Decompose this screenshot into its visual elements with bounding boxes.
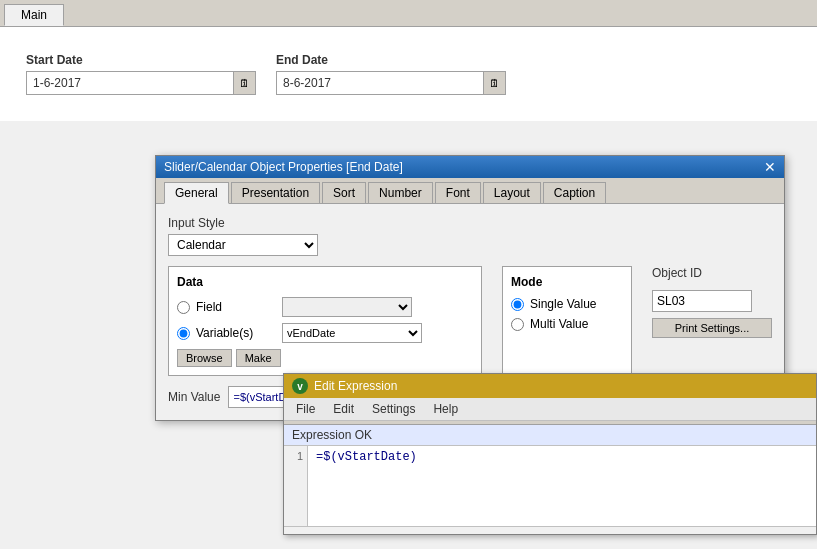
menu-file[interactable]: File [288,400,323,418]
main-content: Start Date 1-6-2017 🗓 End Date 8-6-2017 … [0,27,817,121]
objectid-section: Object ID Print Settings... [652,266,772,376]
edit-expression-panel: v Edit Expression File Edit Settings Hel… [283,373,817,535]
end-date-input-wrapper: 8-6-2017 🗓 [276,71,506,95]
mode-section-title: Mode [511,275,623,289]
multi-value-label: Multi Value [530,317,610,331]
line-numbers: 1 [284,446,308,526]
dialog-close-button[interactable]: ✕ [764,160,776,174]
variable-select[interactable]: vEndDate [282,323,422,343]
variables-radio-row: Variable(s) vEndDate [177,323,473,343]
multi-value-row: Multi Value [511,317,623,331]
end-date-value: 8-6-2017 [277,74,483,92]
tab-font[interactable]: Font [435,182,481,203]
end-date-group: End Date 8-6-2017 🗓 [276,53,506,95]
edit-expr-titlebar: v Edit Expression [284,374,816,398]
data-section: Data Field Variable(s) vE [168,266,482,376]
mode-section: Mode Single Value Multi Value [502,266,632,376]
tab-layout[interactable]: Layout [483,182,541,203]
tab-sort[interactable]: Sort [322,182,366,203]
start-date-calendar-button[interactable]: 🗓 [233,72,255,94]
edit-expr-title: Edit Expression [314,379,397,393]
input-style-label: Input Style [168,216,772,230]
make-button[interactable]: Make [236,349,281,367]
edit-expr-icon: v [292,378,308,394]
dialog-titlebar: Slider/Calendar Object Properties [End D… [156,156,784,178]
menu-edit[interactable]: Edit [325,400,362,418]
app-window: Main Start Date 1-6-2017 🗓 End Date 8-6-… [0,0,817,549]
input-style-select[interactable]: Calendar Slider [168,234,318,256]
browse-button[interactable]: Browse [177,349,232,367]
input-style-section: Input Style Calendar Slider [168,216,772,256]
date-fields: Start Date 1-6-2017 🗓 End Date 8-6-2017 … [16,43,801,105]
expression-editor[interactable]: 1 =$(vStartDate) [284,446,816,526]
expression-code: =$(vStartDate) [308,446,425,526]
field-select[interactable] [282,297,412,317]
dialog-tabs: General Presentation Sort Number Font La… [156,178,784,204]
start-date-label: Start Date [26,53,256,67]
start-date-value: 1-6-2017 [27,74,233,92]
dialog-title: Slider/Calendar Object Properties [End D… [164,160,403,174]
field-radio[interactable] [177,301,190,314]
main-tab[interactable]: Main [4,4,64,26]
start-date-input-wrapper: 1-6-2017 🗓 [26,71,256,95]
edit-expr-menubar: File Edit Settings Help [284,398,816,421]
object-id-label: Object ID [652,266,772,280]
variables-label: Variable(s) [196,326,276,340]
expr-footer [284,526,816,534]
single-value-label: Single Value [530,297,610,311]
data-mode-row: Data Field Variable(s) vE [168,266,772,376]
single-value-row: Single Value [511,297,623,311]
tab-general[interactable]: General [164,182,229,204]
menu-settings[interactable]: Settings [364,400,423,418]
start-date-group: Start Date 1-6-2017 🗓 [26,53,256,95]
min-value-label: Min Value [168,390,220,404]
expression-status: Expression OK [284,425,816,446]
end-date-calendar-button[interactable]: 🗓 [483,72,505,94]
print-settings-button[interactable]: Print Settings... [652,318,772,338]
line-number-1: 1 [288,450,303,462]
browse-row: Browse Make [177,349,473,367]
multi-value-radio[interactable] [511,318,524,331]
single-value-radio[interactable] [511,298,524,311]
data-section-title: Data [177,275,473,289]
object-id-input[interactable] [652,290,752,312]
tab-presentation[interactable]: Presentation [231,182,320,203]
menu-help[interactable]: Help [425,400,466,418]
end-date-label: End Date [276,53,506,67]
variables-radio[interactable] [177,327,190,340]
tab-bar: Main [0,0,817,27]
tab-caption[interactable]: Caption [543,182,606,203]
field-radio-row: Field [177,297,473,317]
field-label: Field [196,300,276,314]
tab-number[interactable]: Number [368,182,433,203]
